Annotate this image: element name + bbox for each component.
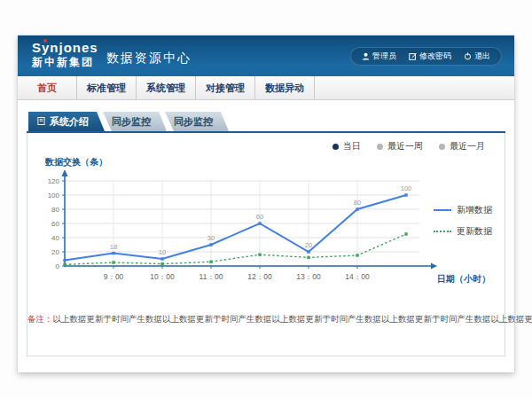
nav-item-standard-mgmt[interactable]: 标准管理 <box>77 76 137 99</box>
svg-text:40: 40 <box>51 234 59 242</box>
svg-text:60: 60 <box>256 213 263 221</box>
filter-today[interactable]: 当日 <box>332 140 361 153</box>
page-background: Synjones 新中新集团 数据资源中心 管理员 修改密码 <box>0 0 532 399</box>
document-icon <box>37 112 45 131</box>
filter-label: 最近一周 <box>387 140 423 153</box>
chart-panel: 当日 最近一周 最近一月 数据交换（条） 0204060801001209：00… <box>27 133 505 356</box>
filter-label: 当日 <box>343 140 361 153</box>
legend-label: 新增数据 <box>457 204 492 216</box>
user-account-button[interactable]: 管理员 <box>362 51 396 62</box>
nav-item-data-change[interactable]: 数据异动 <box>255 76 315 99</box>
svg-text:100: 100 <box>48 192 60 200</box>
user-icon <box>362 52 370 60</box>
header-user-actions: 管理员 修改密码 退出 <box>350 47 502 66</box>
range-filter-group: 当日 最近一周 最近一月 <box>332 140 485 153</box>
nav-item-system-mgmt[interactable]: 系统管理 <box>137 76 196 99</box>
svg-text:10: 10 <box>159 248 166 256</box>
svg-text:10：00: 10：00 <box>150 272 175 281</box>
tab-system-intro[interactable]: 系统介绍 <box>28 112 105 131</box>
chart-canvas: 0204060801001209：0010：0011：0012：0013：001… <box>43 168 451 289</box>
logo-company-name: 新中新集团 <box>32 55 98 69</box>
legend-new-data: 新增数据 <box>434 204 492 216</box>
change-password-button[interactable]: 修改密码 <box>409 51 451 62</box>
logout-button[interactable]: 退出 <box>464 51 490 62</box>
radio-icon <box>332 144 339 150</box>
svg-text:30: 30 <box>207 234 215 242</box>
legend-label: 更新数据 <box>457 225 492 238</box>
filter-last-month[interactable]: 最近一月 <box>439 140 485 153</box>
svg-text:14：00: 14：00 <box>345 272 370 281</box>
logout-label: 退出 <box>474 51 490 62</box>
tab-sync-monitor-1[interactable]: 同步监控 <box>103 112 167 131</box>
svg-text:9：00: 9：00 <box>104 272 124 281</box>
tab-bar: 系统介绍 同步监控 同步监控 <box>28 112 225 131</box>
footnote: 备注：以上数据更新于时间产生数据以上数据更新于时间产生数据以上数据更新于时间产生… <box>27 314 505 325</box>
logo-wordmark: Synjones <box>32 40 98 55</box>
solid-line-icon <box>434 209 451 211</box>
footnote-prefix: 备注： <box>27 314 53 324</box>
tab-label: 系统介绍 <box>50 112 89 131</box>
svg-text:20: 20 <box>51 248 59 256</box>
power-icon <box>464 52 472 60</box>
svg-text:60: 60 <box>51 220 59 228</box>
top-header: Synjones 新中新集团 数据资源中心 管理员 修改密码 <box>18 35 514 76</box>
svg-text:18: 18 <box>110 243 117 251</box>
nav-item-home[interactable]: 首页 <box>18 76 77 99</box>
svg-text:0: 0 <box>56 262 60 270</box>
filter-label: 最近一月 <box>450 140 485 153</box>
filter-last-week[interactable]: 最近一周 <box>377 140 423 153</box>
svg-text:11：00: 11：00 <box>200 272 223 281</box>
dotted-line-icon <box>434 231 451 232</box>
svg-text:12：00: 12：00 <box>247 272 272 281</box>
tab-sync-monitor-2[interactable]: 同步监控 <box>165 112 229 131</box>
y-axis-title: 数据交换（条） <box>45 156 107 168</box>
main-nav: 首页 标准管理 系统管理 对接管理 数据异动 <box>18 76 514 100</box>
x-axis-title: 日期（小时） <box>437 273 490 286</box>
user-label: 管理员 <box>372 51 396 62</box>
radio-icon <box>439 144 445 150</box>
edit-icon <box>409 52 417 60</box>
svg-text:20: 20 <box>305 241 312 249</box>
svg-text:13：00: 13：00 <box>296 272 321 281</box>
change-password-label: 修改密码 <box>419 51 451 62</box>
brand-logo: Synjones 新中新集团 <box>32 40 98 69</box>
app-window: Synjones 新中新集团 数据资源中心 管理员 修改密码 <box>18 35 514 372</box>
svg-text:80: 80 <box>354 199 361 207</box>
svg-text:100: 100 <box>401 184 412 192</box>
svg-text:80: 80 <box>51 206 59 214</box>
legend-updated-data: 更新数据 <box>434 225 492 238</box>
portal-title: 数据资源中心 <box>106 51 192 66</box>
logo-text: Synjones <box>32 40 98 55</box>
series-legend: 新增数据 更新数据 <box>434 204 492 238</box>
nav-item-interface-mgmt[interactable]: 对接管理 <box>196 76 255 99</box>
footnote-text: 以上数据更新于时间产生数据以上数据更新于时间产生数据以上数据更新于时间产生数据以… <box>53 314 532 324</box>
radio-icon <box>377 144 383 150</box>
line-chart: 0204060801001209：0010：0011：0012：0013：001… <box>43 168 451 289</box>
logo-accent-dot <box>43 39 47 43</box>
svg-text:120: 120 <box>48 177 60 185</box>
